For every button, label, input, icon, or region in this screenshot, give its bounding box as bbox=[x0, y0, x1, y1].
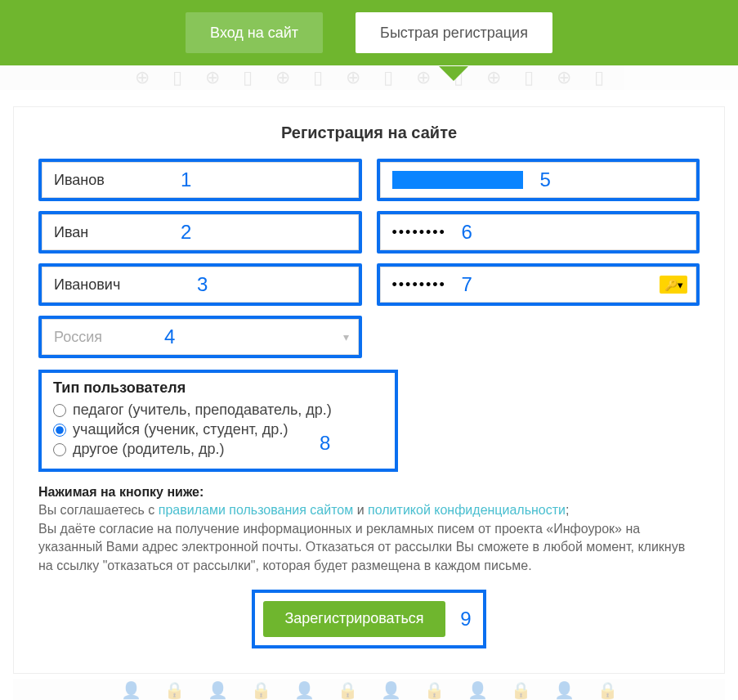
password-wrap: 6 bbox=[377, 211, 700, 254]
form-columns: 1 2 3 ▾ 4 bbox=[38, 159, 700, 358]
legal-lead: Нажимая на кнопку ниже: bbox=[38, 485, 204, 499]
link-privacy[interactable]: политикой конфиденциальности bbox=[368, 503, 566, 517]
radio-student[interactable]: учащийся (ученик, студент, др.) bbox=[53, 421, 383, 438]
legal-text: Нажимая на кнопку ниже: Вы соглашаетесь … bbox=[38, 483, 700, 575]
legal-p1c: ; bbox=[566, 503, 569, 517]
legal-p1b: и bbox=[353, 503, 368, 517]
password2-wrap: 🔑▾ 7 bbox=[377, 263, 700, 306]
annot-9: 9 bbox=[460, 608, 471, 630]
tab-register-label: Быстрая регистрация bbox=[380, 25, 528, 41]
password2-input[interactable] bbox=[392, 276, 655, 294]
link-rules[interactable]: правилами пользования сайтом bbox=[159, 503, 353, 517]
col-right: 5 6 🔑▾ 7 bbox=[377, 159, 700, 358]
user-type-box: Тип пользователя педагог (учитель, препо… bbox=[38, 370, 398, 472]
radio-other-label: другое (родитель, др.) bbox=[73, 441, 225, 458]
radio-student-input[interactable] bbox=[53, 424, 66, 437]
legal-p2: Вы даёте согласие на получение информаци… bbox=[38, 522, 685, 572]
patronymic-wrap: 3 bbox=[38, 263, 362, 306]
tab-login[interactable]: Вход на сайт bbox=[186, 12, 323, 53]
radio-teacher-label: педагог (учитель, преподаватель, др.) bbox=[73, 402, 332, 419]
radio-teacher[interactable]: педагог (учитель, преподаватель, др.) bbox=[53, 402, 383, 419]
country-select[interactable] bbox=[42, 319, 359, 355]
radio-teacher-input[interactable] bbox=[53, 404, 66, 417]
radio-student-label: учащийся (ученик, студент, др.) bbox=[73, 421, 288, 438]
form-title: Регистрация на сайте bbox=[38, 123, 700, 142]
radio-other[interactable]: другое (родитель, др.) bbox=[53, 441, 383, 458]
email-selection-highlight bbox=[392, 171, 523, 189]
name-input[interactable] bbox=[42, 214, 359, 250]
surname-wrap: 1 bbox=[38, 159, 362, 201]
user-type-title: Тип пользователя bbox=[53, 379, 383, 397]
submit-wrap: Зарегистрироваться 9 bbox=[38, 590, 700, 648]
surname-input[interactable] bbox=[42, 162, 359, 198]
topbar: Вход на сайт Быстрая регистрация bbox=[0, 0, 738, 65]
country-wrap: ▾ 4 bbox=[38, 316, 362, 358]
email-wrap: 5 bbox=[377, 159, 700, 201]
active-tab-arrow-icon bbox=[439, 66, 468, 81]
page: Регистрация на сайте 1 2 3 ▾ bbox=[0, 90, 738, 700]
key-icon[interactable]: 🔑▾ bbox=[660, 276, 687, 294]
password-input[interactable] bbox=[392, 224, 688, 241]
patronymic-input[interactable] bbox=[42, 267, 359, 303]
registration-card: Регистрация на сайте 1 2 3 ▾ bbox=[13, 106, 725, 674]
email-input[interactable] bbox=[380, 162, 697, 198]
radio-other-input[interactable] bbox=[53, 443, 66, 456]
submit-highlight: Зарегистрироваться 9 bbox=[252, 590, 485, 648]
tab-register[interactable]: Быстрая регистрация bbox=[356, 12, 552, 53]
deco-strip-top: ⊕▯⊕▯⊕▯⊕▯⊕▯⊕▯⊕▯ bbox=[0, 65, 738, 90]
legal-p1a: Вы соглашаетесь с bbox=[38, 503, 159, 517]
name-wrap: 2 bbox=[38, 211, 362, 254]
col-left: 1 2 3 ▾ 4 bbox=[38, 159, 362, 358]
submit-button[interactable]: Зарегистрироваться bbox=[263, 601, 445, 637]
deco-strip-bottom: 👤🔒👤🔒👤🔒👤🔒👤🔒👤🔒 bbox=[13, 679, 725, 700]
